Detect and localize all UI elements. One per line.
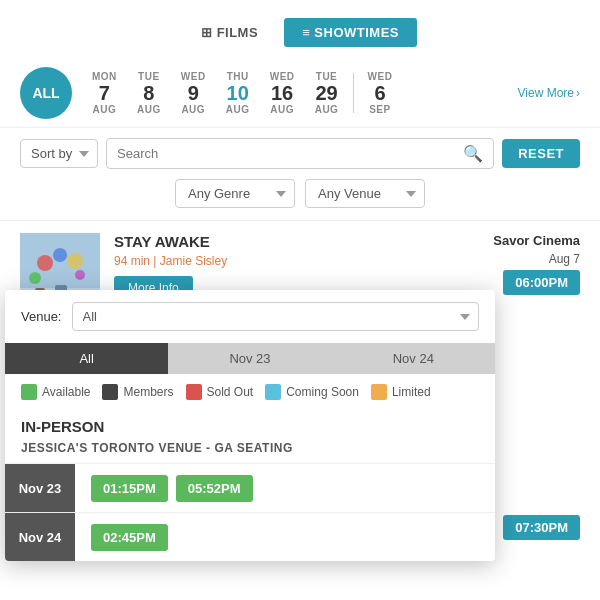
day-num-0: 7 [99,82,110,104]
cinema-name: Savor Cinema [450,233,580,248]
svg-point-6 [75,270,85,280]
modal-venue-select[interactable]: All [72,302,480,331]
svg-point-5 [29,272,41,284]
day-name-1: TUE [138,71,160,82]
time-button-1-0[interactable]: 02:45PM [91,524,168,551]
day-name-5: TUE [316,71,338,82]
showtime-date: Aug 7 [450,252,580,266]
date-item-4[interactable]: WED 16 AUG [260,67,305,119]
showtime-times-0: 01:15PM 05:52PM [75,467,269,510]
svg-point-2 [37,255,53,271]
day-num-2: 9 [188,82,199,104]
day-num-4: 16 [271,82,293,104]
date-item-6[interactable]: WED 6 SEP [358,67,403,119]
legend-comingsoon: Coming Soon [265,384,359,400]
list-icon: ≡ [302,25,314,40]
date-item-0[interactable]: MON 7 AUG [82,67,127,119]
genre-select[interactable]: Any Genre [175,179,295,208]
month-4: AUG [270,104,294,115]
overlay-modal: Venue: All All Nov 23 Nov 24 Available [5,290,495,561]
showtime-badge-2[interactable]: 07:30PM [503,515,580,540]
month-3: AUG [226,104,250,115]
showtimes-button[interactable]: ≡ SHOWTIMES [284,18,417,47]
modal-tab-nov23[interactable]: Nov 23 [168,343,331,374]
main-panel: ⊞ FILMS ≡ SHOWTIMES ALL MON 7 AUG TUE 8 … [0,0,600,600]
films-button[interactable]: ⊞ FILMS [183,18,276,47]
inperson-header: IN-PERSON [5,410,495,439]
sort-select[interactable]: Sort by [20,139,98,168]
day-name-0: MON [92,71,117,82]
film-meta: 94 min | Jamie Sisley [114,254,450,268]
top-nav: ⊞ FILMS ≡ SHOWTIMES [0,0,600,59]
date-separator [353,73,354,113]
showtime-row-1: Nov 24 02:45PM [5,512,495,561]
month-6: SEP [369,104,391,115]
film-title: STAY AWAKE [114,233,450,250]
modal-venue-row: Venue: All [5,290,495,343]
month-2: AUG [181,104,205,115]
comingsoon-dot [265,384,281,400]
reset-button[interactable]: RESET [502,139,580,168]
filter-row: Sort by 🔍 RESET [0,128,600,179]
modal-tab-all[interactable]: All [5,343,168,374]
legend-available: Available [21,384,90,400]
venue-select-filter[interactable]: Any Venue [305,179,425,208]
svg-point-3 [53,248,67,262]
day-num-1: 8 [143,82,154,104]
time-button-0-0[interactable]: 01:15PM [91,475,168,502]
limited-dot [371,384,387,400]
modal-tab-nov24[interactable]: Nov 24 [332,343,495,374]
showtime-times-1: 02:45PM [75,516,184,559]
date-all-button[interactable]: ALL [20,67,72,119]
svg-point-4 [67,253,83,269]
month-5: AUG [315,104,339,115]
showtimes-label: SHOWTIMES [314,25,399,40]
showtime-date-cell-1: Nov 24 [5,513,75,561]
chevron-right-icon: › [576,86,580,100]
search-input[interactable] [117,146,463,161]
month-0: AUG [93,104,117,115]
day-num-3: 10 [227,82,249,104]
day-num-6: 6 [374,82,385,104]
date-item-2[interactable]: WED 9 AUG [171,67,216,119]
legend-soldout: Sold Out [186,384,254,400]
legend-members: Members [102,384,173,400]
venue-subheader: JESSICA'S TORONTO VENUE - GA SEATING [5,439,495,463]
time-button-0-1[interactable]: 05:52PM [176,475,253,502]
view-more-button[interactable]: View More › [518,86,580,100]
legend-row: Available Members Sold Out Coming Soon L… [5,374,495,410]
members-dot [102,384,118,400]
genre-venue-row: Any Genre Any Venue [0,179,600,220]
day-name-6: WED [368,71,393,82]
venue-label: Venue: [21,309,62,324]
film-showtimes: Savor Cinema Aug 7 06:00PM [450,233,580,295]
day-num-5: 29 [315,82,337,104]
films-label: FILMS [217,25,259,40]
legend-limited: Limited [371,384,431,400]
date-item-3[interactable]: THU 10 AUG [216,67,260,119]
date-item-1[interactable]: TUE 8 AUG [127,67,171,119]
month-1: AUG [137,104,161,115]
grid-icon: ⊞ [201,25,217,40]
date-row: ALL MON 7 AUG TUE 8 AUG WED 9 AUG THU 10… [0,59,600,128]
search-icon: 🔍 [463,144,483,163]
modal-date-tabs: All Nov 23 Nov 24 [5,343,495,374]
showtime-row-0: Nov 23 01:15PM 05:52PM [5,463,495,512]
showtime-badge-1[interactable]: 06:00PM [503,270,580,295]
date-item-5[interactable]: TUE 29 AUG [305,67,349,119]
search-box: 🔍 [106,138,494,169]
available-dot [21,384,37,400]
day-name-4: WED [270,71,295,82]
day-name-3: THU [227,71,249,82]
day-name-2: WED [181,71,206,82]
soldout-dot [186,384,202,400]
showtime-date-cell-0: Nov 23 [5,464,75,512]
